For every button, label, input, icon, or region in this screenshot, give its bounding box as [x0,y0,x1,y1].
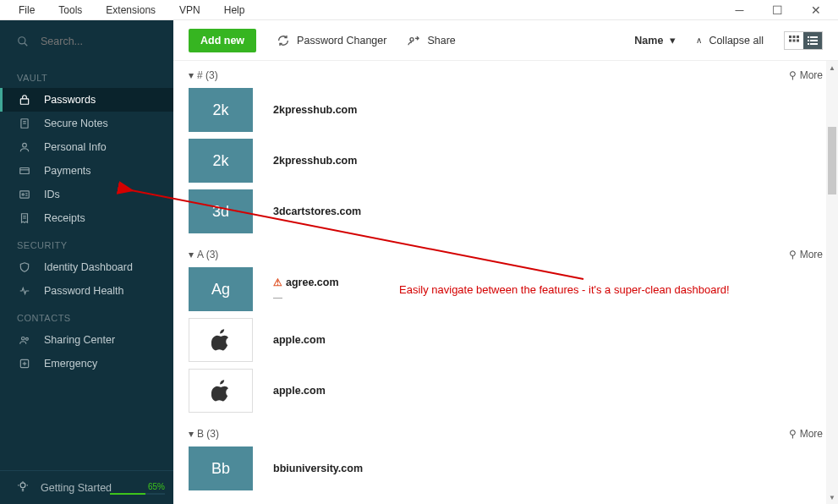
group-header[interactable]: ▾B (3) ⚲More [189,419,823,446]
sidebar-item-label: Personal Info [44,141,107,153]
chevron-up-icon: ∧ [696,36,702,45]
view-toggle[interactable] [784,31,823,50]
sidebar-item-personal-info[interactable]: Personal Info [0,135,173,159]
entry-tile: 2k [189,88,253,132]
svg-rect-29 [797,36,799,38]
group-header[interactable]: ▾# (3) ⚲More [189,61,823,88]
search-box[interactable] [0,20,173,63]
collapse-all-button[interactable]: ∧ Collapse all [696,35,764,47]
section-title-vault: VAULT [0,63,173,88]
share-label: Share [427,35,455,47]
bulb-icon [17,480,29,495]
svg-rect-30 [789,39,791,41]
progress-percent: 65% [148,482,165,491]
window-close-button[interactable]: ✕ [797,0,835,20]
scrollbar[interactable]: ▲ ▼ [826,61,838,504]
card-icon [17,165,32,177]
getting-started[interactable]: Getting Started 65% [0,470,173,504]
svg-point-20 [20,483,25,488]
filter-icon: ⚲ [789,428,797,440]
plus-icon [17,358,32,370]
svg-rect-7 [20,168,30,174]
scroll-down-icon[interactable]: ▼ [826,490,838,504]
list-item[interactable]: 3d 3dcartstores.com [189,189,823,233]
svg-point-16 [25,337,28,340]
content: Add new Password Changer Share Name ▾ ∧ … [173,20,838,504]
receipt-icon [17,212,32,224]
add-new-button[interactable]: Add new [189,29,256,52]
note-icon [17,118,32,129]
search-input[interactable] [41,36,142,47]
password-changer-button[interactable]: Password Changer [277,34,386,47]
window-maximize-button[interactable]: ☐ [759,0,797,20]
grid-view-icon[interactable] [785,32,803,49]
sort-dropdown[interactable]: Name ▾ [634,34,676,47]
svg-point-6 [23,143,27,147]
filter-icon: ⚲ [789,249,797,260]
sidebar-item-identity-dashboard[interactable]: Identity Dashboard [0,255,173,279]
person-icon [17,141,32,153]
password-changer-label: Password Changer [297,35,386,47]
entry-title: agree.com [286,277,339,288]
svg-rect-33 [808,36,809,38]
sidebar-item-sharing-center[interactable]: Sharing Center [0,328,173,352]
svg-rect-28 [793,36,796,38]
id-icon [17,189,32,200]
list-item[interactable]: Ag ⚠agree.com — [189,267,823,311]
entry-title: 2kpresshub.com [273,155,357,167]
svg-rect-32 [797,39,799,41]
entry-title: 2kpresshub.com [273,104,357,116]
sidebar-item-payments[interactable]: Payments [0,159,173,183]
share-button[interactable]: Share [407,34,455,47]
list-view-icon[interactable] [803,32,822,49]
entry-tile [189,318,253,362]
caret-down-icon: ▾ [189,69,194,81]
svg-rect-2 [20,99,28,104]
sidebar-item-secure-notes[interactable]: Secure Notes [0,112,173,135]
sidebar-item-label: Payments [44,165,91,177]
sidebar-item-passwords[interactable]: Passwords [0,88,173,112]
menu-extensions[interactable]: Extensions [94,4,167,16]
group-title: A (3) [197,249,218,260]
scroll-up-icon[interactable]: ▲ [826,61,838,74]
group-more[interactable]: ⚲More [789,249,823,260]
sidebar-item-ids[interactable]: IDs [0,183,173,206]
menu-vpn[interactable]: VPN [167,4,212,16]
sidebar-item-password-health[interactable]: Password Health [0,279,173,303]
sidebar-item-label: Sharing Center [44,334,115,346]
list-item[interactable]: 2k 2kpresshub.com [189,88,823,132]
group-header[interactable]: ▾A (3) ⚲More [189,240,823,267]
sidebar-item-emergency[interactable]: Emergency [0,352,173,375]
menu-help[interactable]: Help [212,4,257,16]
entries-list: ▾# (3) ⚲More 2k 2kpresshub.com 2k 2kpres… [173,61,838,504]
apple-logo-icon [211,380,230,402]
sort-label: Name [634,35,663,47]
list-item[interactable]: 2k 2kpresshub.com [189,139,823,183]
sidebar-item-label: Emergency [44,358,97,370]
group-more[interactable]: ⚲More [789,428,823,440]
sidebar-item-receipts[interactable]: Receipts [0,206,173,230]
sidebar-item-label: Password Health [44,285,124,297]
pulse-icon [17,285,32,297]
entry-title: apple.com [273,334,326,346]
svg-rect-35 [808,40,809,41]
entry-tile: 3d [189,189,253,233]
menu-tools[interactable]: Tools [47,4,94,16]
progress-fill [110,493,145,495]
filter-icon: ⚲ [789,69,797,81]
list-item[interactable]: apple.com [189,369,823,413]
section-title-contacts: CONTACTS [0,303,173,328]
svg-point-26 [410,37,414,41]
list-item[interactable]: Bb bbiuniversity.com [189,446,823,490]
scroll-thumb[interactable] [828,127,836,194]
svg-rect-36 [810,40,818,41]
people-icon [17,334,32,346]
group-more[interactable]: ⚲More [789,69,823,81]
caret-down-icon: ▾ [189,249,194,260]
list-item[interactable]: apple.com [189,318,823,362]
shield-icon [17,261,32,273]
menu-file[interactable]: File [7,4,47,16]
svg-rect-31 [793,39,796,41]
window-minimize-button[interactable]: ─ [720,0,759,20]
group-title: B (3) [197,428,219,440]
